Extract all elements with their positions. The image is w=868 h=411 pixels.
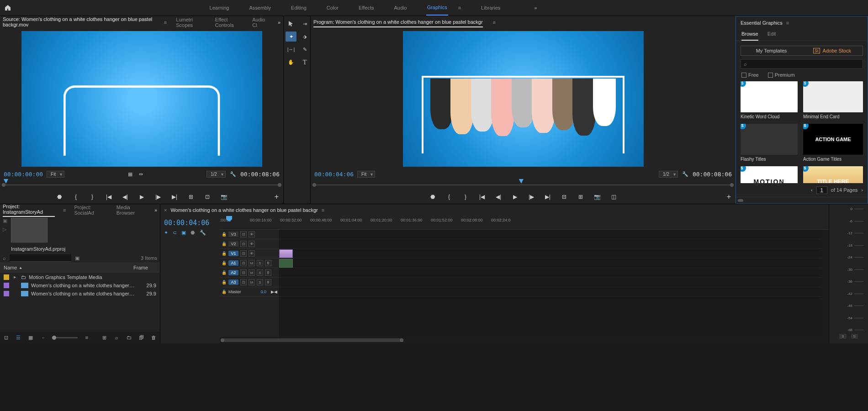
project-filter-input[interactable]: [10, 254, 71, 262]
free-checkbox[interactable]: Free: [741, 72, 759, 78]
template-thumb-2[interactable]: $: [741, 124, 798, 155]
go-to-in-icon[interactable]: |◀: [105, 193, 112, 200]
timeline-timecode[interactable]: 00:00:04:06: [164, 219, 216, 227]
track-master[interactable]: Master: [228, 290, 241, 294]
master-collapse-icon[interactable]: ▶◀: [271, 290, 277, 294]
workspace-libraries[interactable]: Libraries: [480, 0, 501, 16]
workspace-menu-icon[interactable]: ≡: [457, 0, 462, 16]
a3-sync-icon[interactable]: ⊡: [240, 279, 247, 285]
eg-hscroll[interactable]: [736, 197, 868, 203]
prog-export-frame-icon[interactable]: 📷: [593, 193, 601, 200]
program-wrench-icon[interactable]: 🔧: [682, 170, 689, 178]
prog-mark-in-icon[interactable]: {: [445, 193, 453, 200]
master-lock-icon[interactable]: 🔒: [222, 290, 227, 294]
sequence-tab[interactable]: Women's clothing on a white clothes hang…: [170, 207, 318, 213]
button-editor-icon[interactable]: +: [275, 193, 279, 201]
a1-lock-icon[interactable]: 🔒: [222, 261, 227, 265]
add-marker-icon[interactable]: ⬣: [56, 193, 63, 200]
program-timecode-in[interactable]: 00:00:04:06: [314, 171, 354, 178]
project-preview-thumb[interactable]: [11, 218, 48, 242]
premium-checkbox[interactable]: Premium: [768, 72, 795, 78]
freeform-view-icon[interactable]: ⊡: [3, 334, 10, 341]
essential-graphics-menu-icon[interactable]: ≡: [786, 20, 789, 26]
pager-page-input[interactable]: [816, 186, 827, 194]
pager-prev-icon[interactable]: ‹: [811, 187, 813, 193]
track-select-tool[interactable]: ⇥: [299, 19, 310, 29]
razor-tool[interactable]: |↔|: [286, 44, 296, 54]
find-icon[interactable]: ⌕: [113, 334, 120, 341]
meter-solo-r[interactable]: S: [851, 334, 858, 339]
col-name-header[interactable]: Name▲: [4, 265, 133, 270]
program-tab-menu[interactable]: ≡: [493, 20, 496, 25]
new-item-icon[interactable]: 🗐: [138, 334, 145, 341]
v1-sync-icon[interactable]: ⊡: [240, 250, 247, 257]
source-overflow[interactable]: »: [278, 20, 281, 25]
label-swatch[interactable]: [4, 291, 9, 296]
source-monitor[interactable]: [0, 29, 283, 169]
pen-tool[interactable]: ✎: [299, 44, 310, 54]
source-timecode-in[interactable]: 00:00:00:00: [4, 171, 43, 178]
step-back-icon[interactable]: ◀|: [122, 193, 129, 200]
meter-solo-l[interactable]: S: [839, 334, 846, 339]
go-to-out-icon[interactable]: ▶|: [171, 193, 178, 200]
trash-icon[interactable]: 🗑: [150, 334, 157, 341]
v3-lock-icon[interactable]: 🔒: [222, 232, 227, 237]
v2-sync-icon[interactable]: ⊡: [240, 241, 247, 247]
col-frame-header[interactable]: Frame: [133, 265, 156, 270]
source-tab-menu[interactable]: ≡: [164, 20, 167, 25]
project-tab-menu[interactable]: ≡: [63, 207, 66, 213]
workspace-color[interactable]: Color: [326, 0, 339, 16]
prog-add-marker-icon[interactable]: ⬣: [429, 193, 436, 200]
prog-mark-out-icon[interactable]: }: [462, 193, 469, 200]
template-thumb-0[interactable]: $: [741, 81, 798, 112]
linked-selection-icon[interactable]: ⊂: [173, 230, 177, 236]
project-row-1[interactable]: Women's clothing on a white clothes hang…: [0, 281, 160, 290]
track-v2[interactable]: V2: [228, 241, 238, 247]
export-frame-icon[interactable]: 📷: [220, 193, 228, 200]
program-monitor[interactable]: [311, 29, 736, 169]
rate-stretch-tool[interactable]: ⬗: [299, 32, 310, 42]
prog-go-to-in-icon[interactable]: |◀: [478, 193, 486, 200]
prog-button-editor-icon[interactable]: +: [727, 193, 731, 201]
tl-settings-icon[interactable]: 🔧: [200, 230, 206, 236]
label-swatch[interactable]: [4, 283, 9, 288]
audio-clip-a1[interactable]: [279, 259, 293, 268]
close-sequence-icon[interactable]: ×: [164, 207, 167, 213]
icon-view-icon[interactable]: ▦: [27, 334, 34, 341]
program-scrubber[interactable]: [314, 179, 732, 190]
template-thumb-1[interactable]: $: [803, 81, 863, 112]
prog-step-back-icon[interactable]: ◀|: [495, 193, 502, 200]
workspace-audio[interactable]: Audio: [393, 0, 408, 16]
thumb-size-slider[interactable]: [52, 337, 78, 338]
new-bin-icon[interactable]: 🗀: [126, 334, 132, 341]
project-tab-1[interactable]: Project: InstagramStoryAd: [3, 204, 55, 217]
a1-mic-icon[interactable]: 🎙: [265, 260, 271, 266]
selection-tool[interactable]: [286, 19, 296, 29]
program-resolution-dropdown[interactable]: 1/2: [659, 171, 678, 178]
lumetri-scopes-tab[interactable]: Lumetri Scopes: [176, 15, 206, 30]
home-button[interactable]: [0, 0, 16, 16]
pager-next-icon[interactable]: ›: [861, 187, 863, 193]
tl-marker-icon[interactable]: ⬣: [191, 230, 195, 236]
step-forward-icon[interactable]: |▶: [154, 193, 162, 200]
type-tool[interactable]: T: [299, 57, 310, 67]
project-overflow[interactable]: »: [154, 207, 157, 213]
prog-play-icon[interactable]: ▶: [511, 193, 519, 200]
my-templates-button[interactable]: My Templates: [741, 46, 802, 55]
prog-lift-icon[interactable]: ⊟: [561, 193, 568, 200]
source-tab[interactable]: Source: Women's clothing on a white clot…: [3, 15, 154, 30]
a3-lock-icon[interactable]: 🔒: [222, 280, 227, 285]
effect-controls-tab[interactable]: Effect Controls: [215, 15, 243, 30]
source-resolution-dropdown[interactable]: 1/2: [206, 171, 226, 178]
ripple-edit-tool[interactable]: ✦: [286, 32, 296, 42]
workspace-editing[interactable]: Editing: [290, 0, 307, 16]
a1-sync-icon[interactable]: ⊡: [240, 260, 247, 266]
v3-eye-icon[interactable]: 👁: [249, 231, 255, 237]
workspace-effects[interactable]: Effects: [358, 0, 375, 16]
source-scrubber[interactable]: [4, 179, 280, 190]
zoom-out-icon[interactable]: ○: [40, 334, 47, 341]
track-a3[interactable]: A3: [228, 279, 238, 285]
insert-icon[interactable]: ⊞: [187, 193, 195, 200]
track-a2[interactable]: A2: [228, 270, 238, 275]
a1-mute[interactable]: M: [249, 260, 255, 266]
